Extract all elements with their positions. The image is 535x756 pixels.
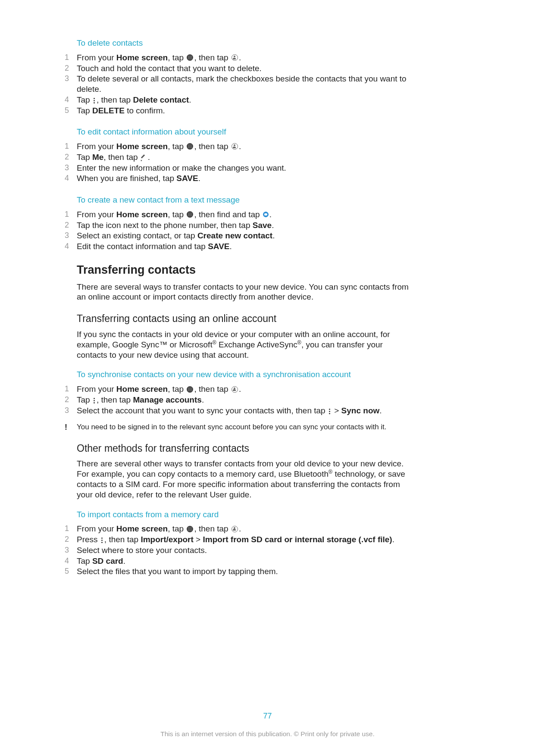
section-title-delete-contacts: To delete contacts [77,38,413,48]
footer-text: This is an internet version of this publ… [0,730,535,738]
step-text: Tap , then tap Delete contact. [77,95,413,105]
contacts-icon [232,54,238,61]
step-number: 3 [65,231,77,241]
overflow-icon [329,409,331,415]
step-number: 3 [65,406,77,415]
messaging-icon [263,212,269,217]
step-number: 4 [65,241,77,251]
step-text: Edit the contact information and tap SAV… [77,241,413,252]
apps-icon [187,211,193,218]
step: 2 Press , then tap Import/export > Impor… [77,534,413,545]
page-content: To delete contacts 1 From your Home scre… [77,38,413,588]
step-text: When you are finished, tap SAVE. [77,173,413,184]
step: 4 Tap SD card. [77,556,413,566]
overflow-icon [93,398,96,404]
step-number: 2 [65,152,77,162]
step: 3 Select where to store your contacts. [77,545,413,556]
contacts-icon [232,143,238,150]
step-text: Enter the new information or make the ch… [77,163,413,173]
page-number: 77 [0,711,535,721]
contacts-icon [232,386,238,393]
step-text: From your Home screen, tap , then tap . [77,384,413,394]
contacts-icon [232,526,238,532]
edit-icon [141,155,147,161]
step: 1 From your Home screen, tap , then tap … [77,141,413,152]
step: 5 Select the files that you want to impo… [77,566,413,577]
heading-other-methods: Other methods for transferring contacts [77,442,413,455]
step-number: 4 [65,556,77,566]
heading-transferring-contacts: Transferring contacts [77,263,413,278]
step: 2 Tap Me, then tap . [77,152,413,162]
steps-create-from-msg: 1 From your Home screen, tap , then find… [77,209,413,252]
step-text: Press , then tap Import/export > Import … [77,534,413,545]
step-text: Tap Me, then tap . [77,152,413,162]
section-title-create-from-msg: To create a new contact from a text mess… [77,195,413,205]
step-number: 3 [65,74,77,84]
steps-delete-contacts: 1 From your Home screen, tap , then tap … [77,53,413,116]
section-title-edit-self: To edit contact information about yourse… [77,127,413,137]
step-text: Select an existing contact, or tap Creat… [77,231,413,241]
step: 1 From your Home screen, tap , then tap … [77,524,413,534]
step-number: 1 [65,53,77,62]
step: 3 Select the account that you want to sy… [77,406,413,416]
step: 2 Tap the icon next to the phone number,… [77,220,413,231]
step-number: 5 [65,106,77,116]
apps-icon [187,526,193,532]
overflow-icon [93,98,96,104]
step: 1 From your Home screen, tap , then find… [77,209,413,220]
paragraph: There are several ways to transfer conta… [77,282,413,303]
step-number: 1 [65,524,77,534]
step: 3 To delete several or all contacts, mar… [77,74,413,94]
step-number: 1 [65,209,77,219]
step: 3 Enter the new information or make the … [77,163,413,173]
step: 4 When you are finished, tap SAVE. [77,173,413,184]
note: ! You need to be signed in to the releva… [77,422,413,431]
step-text: From your Home screen, tap , then tap . [77,524,413,534]
note-text: You need to be signed in to the relevant… [77,422,413,431]
apps-icon [187,386,193,393]
step-number: 1 [65,384,77,394]
step-text: Select the account that you want to sync… [77,406,413,416]
step-text: To delete several or all contacts, mark … [77,74,413,94]
step-number: 3 [65,545,77,555]
step: 1 From your Home screen, tap , then tap … [77,384,413,394]
step-text: Select the files that you want to import… [77,566,413,577]
step-text: From your Home screen, tap , then tap . [77,141,413,152]
step-text: From your Home screen, tap , then tap . [77,53,413,63]
step-number: 3 [65,163,77,173]
step-number: 2 [65,534,77,544]
paragraph: If you sync the contacts in your old dev… [77,329,413,360]
step-text: Touch and hold the contact that you want… [77,63,413,74]
section-title-sync-account: To synchronise contacts on your new devi… [77,369,413,380]
important-icon: ! [65,422,77,431]
step-number: 4 [65,95,77,105]
step: 2 Tap , then tap Manage accounts. [77,395,413,405]
step-number: 2 [65,220,77,230]
heading-online-account: Transferring contacts using an online ac… [77,312,413,325]
paragraph: There are several other ways to transfer… [77,459,413,500]
step: 5 Tap DELETE to confirm. [77,106,413,116]
step-text: Tap , then tap Manage accounts. [77,395,413,405]
step-number: 1 [65,141,77,151]
overflow-icon [101,537,103,544]
section-title-import-memory-card: To import contacts from a memory card [77,509,413,520]
step-number: 2 [65,395,77,405]
step-number: 4 [65,173,77,183]
apps-icon [187,54,193,61]
step-text: Select where to store your contacts. [77,545,413,556]
step-text: From your Home screen, tap , then find a… [77,209,413,220]
step: 1 From your Home screen, tap , then tap … [77,53,413,63]
apps-icon [187,143,193,150]
step-text: Tap the icon next to the phone number, t… [77,220,413,231]
step: 4 Edit the contact information and tap S… [77,241,413,252]
step-number: 2 [65,63,77,73]
steps-sync-account: 1 From your Home screen, tap , then tap … [77,384,413,415]
steps-edit-self: 1 From your Home screen, tap , then tap … [77,141,413,184]
step: 3 Select an existing contact, or tap Cre… [77,231,413,241]
step-text: Tap DELETE to confirm. [77,106,413,116]
steps-import-memory-card: 1 From your Home screen, tap , then tap … [77,524,413,577]
step-text: Tap SD card. [77,556,413,566]
step-number: 5 [65,566,77,576]
step: 2 Touch and hold the contact that you wa… [77,63,413,74]
step: 4 Tap , then tap Delete contact. [77,95,413,105]
